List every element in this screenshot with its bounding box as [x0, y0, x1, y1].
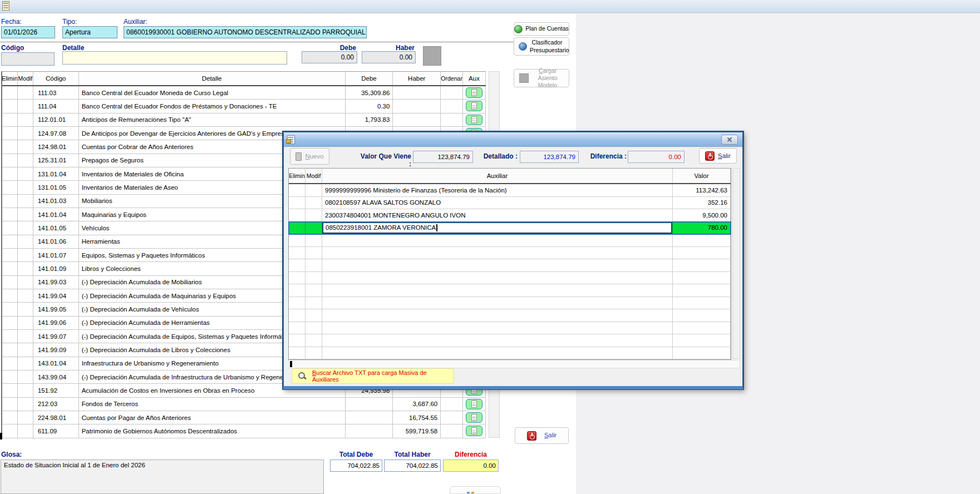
aux-detail-button[interactable] — [466, 101, 482, 111]
dialog-close-button[interactable] — [721, 135, 738, 145]
codigo-field[interactable] — [1, 52, 55, 66]
codigo-cell: 141.99.04 — [33, 289, 79, 302]
modif-cell[interactable] — [306, 184, 322, 196]
document-icon — [471, 102, 477, 110]
aux-detail-button[interactable] — [466, 412, 482, 423]
dialog-vertical-scrollbar[interactable] — [732, 168, 740, 359]
modif-cell[interactable] — [306, 197, 322, 209]
modif-cell[interactable] — [18, 235, 33, 248]
elimin-cell[interactable] — [2, 195, 18, 208]
valor-cell — [673, 322, 731, 334]
elimin-cell[interactable] — [289, 197, 306, 209]
modif-cell[interactable] — [18, 384, 33, 397]
modif-cell[interactable] — [18, 113, 33, 126]
debe-cell: 35,309.86 — [346, 86, 393, 99]
elimin-cell[interactable] — [2, 317, 18, 329]
aux-detail-button[interactable] — [466, 426, 482, 436]
empty-row — [289, 347, 731, 360]
salir-button[interactable]: Salir — [515, 427, 569, 444]
elimin-cell[interactable] — [2, 289, 18, 302]
close-icon — [727, 137, 732, 142]
elimin-cell[interactable] — [2, 127, 18, 140]
modif-cell[interactable] — [18, 276, 33, 289]
modif-cell[interactable] — [18, 100, 33, 112]
modif-cell[interactable] — [18, 195, 33, 208]
elimin-cell[interactable] — [2, 221, 18, 234]
modif-cell[interactable] — [18, 303, 33, 315]
modif-cell[interactable] — [18, 357, 33, 370]
elimin-cell[interactable] — [289, 209, 306, 221]
glosa-textarea[interactable]: Estado de Situacion Inicial al 1 de Ener… — [1, 460, 324, 494]
elimin-cell[interactable] — [2, 330, 18, 343]
dialog-horizontal-scrollbar[interactable] — [288, 360, 740, 368]
elimin-cell[interactable] — [2, 343, 18, 356]
plan-de-cuentas-button[interactable]: Plan de Cuentas — [514, 22, 569, 36]
modif-cell[interactable] — [18, 140, 33, 153]
modif-cell[interactable] — [18, 249, 33, 261]
auxiliar-cell — [322, 309, 673, 322]
codigo-cell: 141.01.03 — [33, 195, 79, 208]
clasificador-button[interactable]: Clasificador Presupuestario — [514, 37, 569, 56]
elimin-cell[interactable] — [2, 235, 18, 248]
modif-cell[interactable] — [18, 154, 33, 167]
modif-cell[interactable] — [18, 330, 33, 343]
dialog-titlebar[interactable] — [284, 132, 742, 147]
partial-bottom-button[interactable] — [450, 486, 501, 494]
modif-cell[interactable] — [306, 222, 322, 234]
elimin-cell[interactable] — [2, 411, 18, 424]
modif-cell[interactable] — [18, 289, 33, 302]
elimin-cell[interactable] — [2, 113, 18, 126]
ledger-icon — [2, 1, 9, 11]
elimin-cell[interactable] — [2, 154, 18, 167]
elimin-cell[interactable] — [2, 86, 18, 99]
elimin-cell[interactable] — [2, 167, 18, 180]
elimin-cell[interactable] — [2, 100, 18, 112]
blank-square-button[interactable] — [423, 46, 441, 66]
modif-cell[interactable] — [18, 181, 33, 194]
modif-cell[interactable] — [18, 343, 33, 356]
aux-detail-button[interactable] — [466, 399, 482, 409]
modif-cell[interactable] — [18, 208, 33, 221]
elimin-cell[interactable] — [2, 276, 18, 289]
auxiliar-field[interactable]: 0860019930001 GOBIERNO AUTONOMO DESCENTR… — [124, 26, 367, 38]
elimin-cell[interactable] — [2, 370, 18, 383]
aux-detail-button[interactable] — [466, 87, 482, 98]
elimin-cell[interactable] — [2, 208, 18, 221]
elimin-cell[interactable] — [2, 140, 18, 153]
modif-cell[interactable] — [18, 370, 33, 383]
elimin-cell[interactable] — [2, 357, 18, 370]
table-hscroll-marker — [0, 433, 2, 439]
buscar-txt-button[interactable]: Buscar Archivo TXT para carga Masiva de … — [292, 368, 454, 384]
modif-cell[interactable] — [306, 209, 322, 221]
dialog-salir-button[interactable]: Salir — [699, 148, 737, 164]
header-debe: Debe — [346, 72, 393, 85]
modif-cell[interactable] — [18, 411, 33, 424]
modif-cell[interactable] — [18, 86, 33, 99]
tipo-field[interactable]: Apertura — [62, 26, 117, 38]
modif-cell[interactable] — [18, 398, 33, 411]
auxiliar-editor-input[interactable]: 0850223918001 ZAMORA VERONICA — [322, 222, 672, 234]
codigo-cell: 125.31.01 — [33, 154, 79, 167]
elimin-cell[interactable] — [2, 303, 18, 315]
elimin-cell[interactable] — [289, 184, 306, 196]
aux-detail-button[interactable] — [466, 115, 482, 125]
modif-cell — [306, 322, 322, 334]
elimin-cell[interactable] — [2, 262, 18, 275]
modif-cell[interactable] — [18, 262, 33, 275]
modif-cell — [306, 334, 322, 347]
elimin-cell[interactable] — [2, 249, 18, 261]
modif-cell[interactable] — [18, 127, 33, 140]
modif-cell[interactable] — [18, 317, 33, 329]
auxiliares-table: Elimin Modif Auxiliar Valor 999999999999… — [288, 168, 731, 360]
modif-cell[interactable] — [18, 167, 33, 180]
fecha-field[interactable]: 01/01/2026 — [1, 26, 55, 38]
detalle-input[interactable] — [62, 51, 287, 65]
elimin-cell[interactable] — [2, 384, 18, 397]
modif-cell[interactable] — [18, 424, 33, 437]
elimin-cell[interactable] — [2, 398, 18, 411]
valor-cell — [673, 334, 731, 347]
elimin-cell[interactable] — [289, 222, 306, 234]
elimin-cell[interactable] — [2, 181, 18, 194]
elimin-cell[interactable] — [2, 424, 18, 437]
modif-cell[interactable] — [18, 221, 33, 234]
